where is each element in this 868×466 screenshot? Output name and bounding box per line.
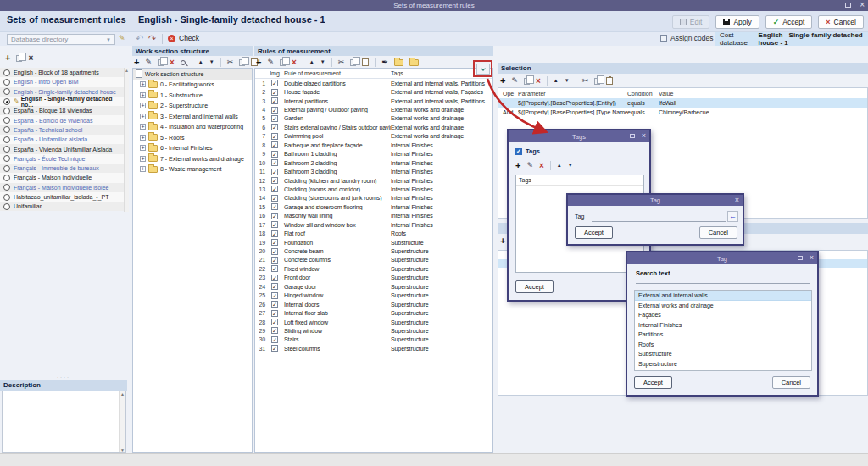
checkbox-icon[interactable]: ✓ bbox=[271, 221, 278, 228]
radio-icon[interactable] bbox=[3, 126, 10, 133]
tag-option[interactable]: Internal Finishes bbox=[635, 320, 811, 330]
move-down-icon[interactable]: ▼ bbox=[568, 161, 573, 170]
accept-button[interactable]: ✓ Accept bbox=[765, 15, 813, 29]
img-cell[interactable]: ✓ bbox=[267, 310, 282, 317]
rule-cell[interactable]: Sliding window bbox=[282, 328, 391, 334]
img-cell[interactable]: ✓ bbox=[267, 213, 282, 219]
table-row[interactable]: 6 ✓ Stairs extenal paving / Stairs outdo… bbox=[255, 123, 492, 131]
rule-cell[interactable]: Concrete beam bbox=[282, 248, 391, 254]
rule-cell[interactable]: Internal partitions bbox=[282, 98, 391, 104]
rule-cell[interactable]: Barbeque and fireplace façade bbox=[282, 142, 391, 148]
img-cell[interactable]: ✓ bbox=[267, 177, 282, 184]
table-row[interactable]: 12 ✓ Cladding (kitchen and laundry room)… bbox=[255, 176, 492, 185]
table-row[interactable]: 30 ✓ Stairs Superstructure bbox=[255, 336, 492, 344]
cut-icon[interactable]: ✂ bbox=[338, 58, 345, 67]
tags-cell[interactable]: Superstructure bbox=[391, 310, 492, 316]
tags-cell[interactable]: Superstructure bbox=[391, 319, 492, 325]
rule-cell[interactable]: Internal doors bbox=[282, 302, 391, 308]
sidebar-scrollbar[interactable]: ▲ bbox=[124, 68, 129, 212]
rule-cell[interactable]: Stairs bbox=[282, 336, 391, 342]
img-cell[interactable]: ✓ bbox=[267, 124, 282, 130]
search-icon[interactable] bbox=[181, 60, 186, 65]
list-item[interactable]: ✎ English - Block of 18 apartments bbox=[0, 68, 124, 77]
tags-cell[interactable]: External works and drainage bbox=[391, 107, 492, 113]
move-up-icon[interactable]: ▲ bbox=[554, 76, 559, 86]
img-cell[interactable]: ✓ bbox=[267, 345, 282, 352]
img-cell[interactable]: ✓ bbox=[267, 230, 282, 237]
table-row[interactable]: 20 ✓ Concrete beam Superstructure bbox=[255, 247, 492, 255]
rule-cell[interactable]: Swimming pool bbox=[282, 133, 391, 139]
img-cell[interactable]: ✓ bbox=[267, 327, 282, 334]
tags-cell[interactable]: Internal Finishes bbox=[391, 169, 492, 175]
table-row[interactable]: 22 ✓ Fixed window Superstructure bbox=[255, 264, 492, 273]
delete-condition-icon[interactable]: × bbox=[536, 76, 541, 86]
tags-cell[interactable]: Internal Finishes bbox=[391, 178, 492, 184]
checkbox-icon[interactable]: ✓ bbox=[271, 177, 278, 184]
list-item[interactable]: ✎ English - Single-family detached ho... bbox=[0, 97, 124, 106]
tags-cell[interactable]: External and internal walls, Partitions bbox=[391, 80, 492, 86]
rule-cell[interactable]: External paving / Outdoor paving bbox=[282, 107, 391, 113]
tags-cell[interactable]: Superstructure bbox=[391, 292, 492, 298]
add-rule-icon[interactable]: + bbox=[256, 58, 261, 67]
tags-cell[interactable]: External works and drainage bbox=[391, 133, 492, 139]
radio-icon[interactable] bbox=[3, 184, 10, 191]
checkbox-icon[interactable]: ✓ bbox=[271, 213, 278, 219]
tags-cell[interactable]: Internal Finishes bbox=[391, 195, 492, 201]
copy-icon[interactable] bbox=[350, 59, 356, 66]
redo-icon[interactable]: ↷ bbox=[148, 33, 156, 44]
tree-node[interactable]: + 8 - Waste management bbox=[133, 164, 252, 175]
img-cell[interactable]: ✓ bbox=[267, 151, 282, 158]
list-item[interactable]: ✎ España - Bloque 18 viviendas bbox=[0, 106, 124, 115]
tree-node[interactable]: + 2 - Superstructure bbox=[133, 101, 252, 112]
table-row[interactable]: 21 ✓ Concrete columns Superstructure bbox=[255, 256, 492, 264]
table-row[interactable]: 16 ✓ Masonry wall lining Internal Finish… bbox=[255, 212, 492, 220]
img-cell[interactable]: ✓ bbox=[267, 301, 282, 308]
checkbox-icon[interactable]: ✓ bbox=[271, 265, 278, 272]
tags-cell[interactable]: Internal Finishes bbox=[391, 186, 492, 192]
tags-accept-button[interactable]: Accept bbox=[515, 280, 554, 293]
img-cell[interactable]: ✓ bbox=[267, 169, 282, 175]
tags-cell[interactable]: External and internal walls, Partitions bbox=[391, 98, 492, 104]
expand-icon[interactable]: + bbox=[140, 92, 146, 98]
check-button[interactable]: × Check bbox=[168, 34, 199, 42]
list-item[interactable]: ✎ España - Vivienda Unifamiliar Aislada bbox=[0, 144, 124, 153]
move-down-icon[interactable]: ▼ bbox=[320, 58, 326, 67]
checkbox-icon[interactable]: ✓ bbox=[271, 159, 278, 166]
tag-option[interactable]: Substructure bbox=[635, 349, 811, 359]
duplicate-rule-icon[interactable] bbox=[280, 59, 286, 66]
tags-cell[interactable]: Internal Finishes bbox=[391, 151, 492, 157]
add-set-icon[interactable]: + bbox=[5, 53, 10, 63]
tags-cell[interactable]: Superstructure bbox=[391, 302, 492, 308]
table-row[interactable]: 23 ✓ Front door Superstructure bbox=[255, 274, 492, 282]
checkbox-icon[interactable]: ✓ bbox=[271, 133, 278, 140]
tag-option[interactable]: Superstructure bbox=[635, 359, 811, 369]
radio-icon[interactable] bbox=[3, 98, 10, 105]
add-item-icon[interactable]: + bbox=[500, 236, 505, 246]
close-icon[interactable]: × bbox=[810, 254, 814, 262]
checkbox-icon[interactable]: ✓ bbox=[271, 301, 278, 308]
duplicate-node-icon[interactable] bbox=[158, 59, 164, 66]
tags-cell[interactable]: External and internal walls, Façades bbox=[391, 89, 492, 95]
delete-tag-icon[interactable]: × bbox=[539, 161, 544, 170]
checkbox-icon[interactable]: ✓ bbox=[271, 257, 278, 264]
tags-cell[interactable]: Superstructure bbox=[391, 275, 492, 280]
img-cell[interactable]: ✓ bbox=[267, 115, 282, 122]
img-cell[interactable]: ✓ bbox=[267, 97, 282, 104]
img-cell[interactable]: ✓ bbox=[267, 133, 282, 140]
rule-cell[interactable]: Loft fixed window bbox=[282, 319, 391, 325]
move-up-icon[interactable]: ▲ bbox=[309, 58, 314, 67]
rule-cell[interactable]: Garage door bbox=[282, 284, 391, 290]
tag-option[interactable]: External and internal walls bbox=[635, 291, 811, 301]
tag-option[interactable]: External works and drainage bbox=[635, 301, 811, 311]
table-row[interactable]: 29 ✓ Sliding window Superstructure bbox=[255, 326, 492, 335]
expand-icon[interactable]: + bbox=[140, 114, 146, 119]
radio-icon[interactable] bbox=[3, 175, 10, 181]
radio-icon[interactable] bbox=[3, 117, 10, 124]
duplicate-condition-icon[interactable] bbox=[524, 78, 530, 85]
table-row[interactable]: 31 ✓ Steel columns Superstructure bbox=[255, 344, 492, 352]
cut-icon[interactable]: ✂ bbox=[227, 58, 234, 67]
table-row[interactable]: 1 ✓ Double glazed partitions External an… bbox=[255, 79, 492, 87]
list-item[interactable]: ✎ Français - Immeuble de bureaux bbox=[0, 164, 124, 173]
close-icon[interactable]: × bbox=[735, 197, 739, 204]
table-row[interactable]: 14 ✓ Cladding (storerooms and junk rooms… bbox=[255, 194, 492, 202]
